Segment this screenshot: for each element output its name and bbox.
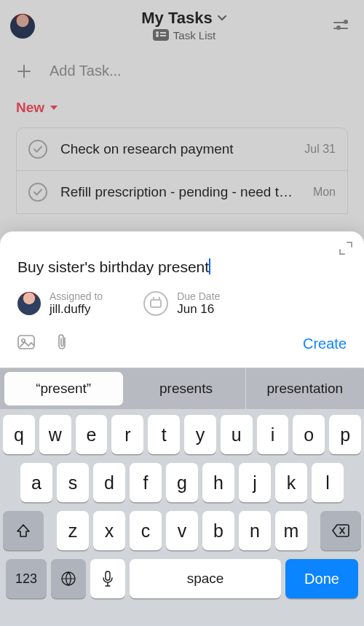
due-date-label: Due Date	[177, 290, 220, 302]
assignee-label: Assigned to	[50, 290, 103, 302]
keyboard-row-1: q w e r t y u i o p	[3, 415, 361, 454]
key-z[interactable]: z	[57, 511, 89, 550]
due-date-field[interactable]: Due Date Jun 16	[143, 290, 220, 317]
assignee-field[interactable]: Assigned to jill.duffy	[17, 290, 103, 317]
key-n[interactable]: n	[239, 511, 271, 550]
key-t[interactable]: t	[148, 415, 180, 454]
add-image-icon[interactable]	[17, 333, 38, 354]
key-v[interactable]: v	[166, 511, 198, 550]
key-m[interactable]: m	[275, 511, 307, 550]
suggestion-item[interactable]: presentation	[246, 368, 364, 409]
create-button[interactable]: Create	[303, 336, 347, 352]
globe-key[interactable]	[51, 559, 86, 598]
dictation-key[interactable]	[90, 559, 125, 598]
key-x[interactable]: x	[93, 511, 125, 550]
keyboard-row-2: a s d f g h j k l	[3, 463, 361, 502]
numbers-key[interactable]: 123	[6, 559, 47, 598]
key-c[interactable]: c	[130, 511, 162, 550]
due-date-value: Jun 16	[177, 302, 220, 317]
key-i[interactable]: i	[257, 415, 289, 454]
quick-add-text: Buy sister's birthday present	[17, 258, 209, 276]
space-key[interactable]: space	[130, 559, 281, 598]
key-r[interactable]: r	[111, 415, 143, 454]
calendar-icon	[143, 291, 168, 316]
svg-rect-3	[106, 571, 110, 580]
key-j[interactable]: j	[239, 463, 271, 502]
quick-add-input[interactable]: Buy sister's birthday present	[0, 231, 364, 280]
backspace-key[interactable]	[320, 511, 361, 550]
key-d[interactable]: d	[93, 463, 125, 502]
key-o[interactable]: o	[293, 415, 325, 454]
assignee-avatar	[17, 292, 41, 315]
attach-icon[interactable]	[55, 333, 68, 354]
ios-keyboard: present presents presentation q w e r t …	[0, 368, 364, 626]
key-e[interactable]: e	[76, 415, 108, 454]
key-y[interactable]: y	[184, 415, 216, 454]
key-s[interactable]: s	[57, 463, 89, 502]
assignee-value: jill.duffy	[50, 302, 103, 317]
suggestion-item[interactable]: presents	[127, 368, 245, 409]
key-g[interactable]: g	[166, 463, 198, 502]
key-q[interactable]: q	[3, 415, 35, 454]
text-cursor	[209, 258, 210, 274]
key-a[interactable]: a	[20, 463, 52, 502]
suggestion-item[interactable]: present	[4, 372, 123, 405]
key-f[interactable]: f	[130, 463, 162, 502]
key-h[interactable]: h	[202, 463, 234, 502]
shift-key[interactable]	[3, 511, 44, 550]
done-key[interactable]: Done	[285, 559, 358, 598]
key-k[interactable]: k	[275, 463, 307, 502]
key-l[interactable]: l	[312, 463, 344, 502]
key-b[interactable]: b	[202, 511, 234, 550]
key-w[interactable]: w	[39, 415, 71, 454]
keyboard-row-bottom: 123 space Done	[3, 559, 361, 598]
keyboard-suggestions: present presents presentation	[0, 368, 364, 409]
quick-add-sheet: Buy sister's birthday present Assigned t…	[0, 231, 364, 368]
key-u[interactable]: u	[221, 415, 253, 454]
expand-icon[interactable]	[338, 240, 354, 259]
key-p[interactable]: p	[329, 415, 361, 454]
keyboard-row-3: z x c v b n m	[3, 511, 361, 550]
